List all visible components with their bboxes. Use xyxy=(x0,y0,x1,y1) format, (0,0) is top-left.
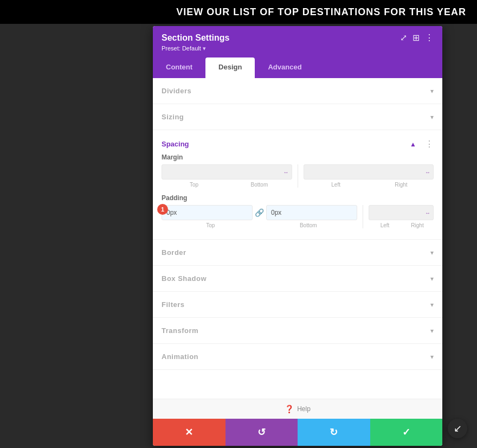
sizing-chevron: ▾ xyxy=(430,113,434,121)
section-border-header[interactable]: Border ▾ xyxy=(162,240,434,265)
panel-title: Section Settings xyxy=(162,33,229,43)
padding-leftright-field: ↔ xyxy=(369,205,434,220)
padding-top-input[interactable] xyxy=(162,205,253,220)
section-transform-header[interactable]: Transform ▾ xyxy=(162,318,434,343)
section-animation-header[interactable]: Animation ▾ xyxy=(162,344,434,369)
padding-right-label: Right xyxy=(401,222,434,228)
border-chevron: ▾ xyxy=(430,249,434,257)
reset-button[interactable]: ↺ xyxy=(225,419,298,446)
section-boxshadow-header[interactable]: Box Shadow ▾ xyxy=(162,266,434,291)
section-transform: Transform ▾ xyxy=(153,318,442,344)
section-sizing: Sizing ▾ xyxy=(153,104,442,130)
panel-preset[interactable]: Preset: Default ▾ xyxy=(162,45,434,52)
section-sizing-title: Sizing xyxy=(162,113,184,121)
section-filters: Filters ▾ xyxy=(153,292,442,318)
tab-design[interactable]: Design xyxy=(205,57,255,78)
top-bar: VIEW OUR LIST OF TOP DESTINATIONS FOR TH… xyxy=(0,0,477,24)
settings-panel: Section Settings ⤢ ⊞ ⋮ Preset: Default ▾… xyxy=(153,26,442,446)
padding-left-label: Left xyxy=(369,222,401,228)
tab-content[interactable]: Content xyxy=(153,57,205,78)
spacing-options-icon[interactable]: ⋮ xyxy=(425,139,434,149)
panel-header-icons: ⤢ ⊞ ⋮ xyxy=(400,33,434,43)
section-sizing-header[interactable]: Sizing ▾ xyxy=(162,104,434,130)
spacing-title: Spacing xyxy=(162,140,189,148)
padding-topbottom-labels: Top Bottom xyxy=(162,222,357,228)
dividers-chevron: ▾ xyxy=(430,87,434,95)
padding-leftright-input[interactable] xyxy=(369,205,434,220)
section-border: Border ▾ xyxy=(153,240,442,266)
margin-leftright: ↔ Left Right xyxy=(298,164,434,188)
help-text: Help xyxy=(297,405,311,413)
cancel-button[interactable]: ✕ xyxy=(153,419,225,446)
spacing-chevron[interactable]: ▲ xyxy=(410,140,416,148)
expand-icon[interactable]: ⤢ xyxy=(400,33,407,43)
padding-bottom-label: Bottom xyxy=(260,222,358,228)
tab-advanced[interactable]: Advanced xyxy=(255,57,314,78)
panel-header: Section Settings ⤢ ⊞ ⋮ Preset: Default ▾ xyxy=(153,26,442,57)
margin-leftright-input[interactable] xyxy=(304,164,434,180)
margin-topbottom-icon: ↔ xyxy=(283,169,289,175)
save-button[interactable]: ✓ xyxy=(370,419,443,446)
padding-inputs-row: 1 🔗 Top Bottom xyxy=(162,205,434,228)
boxshadow-chevron: ▾ xyxy=(430,275,434,283)
animation-chevron: ▾ xyxy=(430,353,434,361)
spacing-header-right: ▲ ⋮ xyxy=(410,139,434,149)
filters-chevron: ▾ xyxy=(430,301,434,309)
section-dividers-header[interactable]: Dividers ▾ xyxy=(162,78,434,104)
columns-icon[interactable]: ⊞ xyxy=(412,33,420,43)
margin-topbottom-labels: Top Bottom xyxy=(162,182,292,188)
margin-bottom-label: Bottom xyxy=(227,182,292,188)
transform-chevron: ▾ xyxy=(430,327,434,335)
section-dividers: Dividers ▾ xyxy=(153,78,442,104)
margin-leftright-field: ↔ xyxy=(304,164,434,180)
redo-button[interactable]: ↻ xyxy=(298,419,370,446)
section-filters-title: Filters xyxy=(162,300,185,309)
section-animation: Animation ▾ xyxy=(153,344,442,370)
padding-lr-icon: ↔ xyxy=(425,210,430,216)
spacing-header: Spacing ▲ ⋮ xyxy=(162,130,434,153)
section-filters-header[interactable]: Filters ▾ xyxy=(162,292,434,317)
margin-left-label: Left xyxy=(304,182,369,188)
margin-inputs-row: ↔ Top Bottom ↔ Lef xyxy=(162,164,434,188)
padding-leftright: ↔ Left Right xyxy=(363,205,434,228)
margin-leftright-labels: Left Right xyxy=(304,182,434,188)
section-boxshadow-title: Box Shadow xyxy=(162,274,207,283)
margin-top-label: Top xyxy=(162,182,227,188)
panel-header-top: Section Settings ⤢ ⊞ ⋮ xyxy=(162,33,434,43)
margin-leftright-icon: ↔ xyxy=(425,169,430,175)
section-animation-title: Animation xyxy=(162,353,198,361)
help-icon: ❓ xyxy=(285,405,294,413)
padding-top-label: Top xyxy=(162,222,260,228)
panel-content: Dividers ▾ Sizing ▾ Spacing ▲ ⋮ xyxy=(153,78,442,399)
main-area: Section Settings ⤢ ⊞ ⋮ Preset: Default ▾… xyxy=(0,24,477,448)
margin-topbottom-input[interactable] xyxy=(162,164,292,180)
help-bar: ❓ Help xyxy=(153,399,442,419)
floating-icon: ↙ xyxy=(454,423,462,434)
margin-label: Margin xyxy=(162,153,434,161)
padding-leftright-labels: Left Right xyxy=(369,222,434,228)
badge-indicator: 1 xyxy=(157,204,168,215)
padding-label: Padding xyxy=(162,194,434,202)
section-border-title: Border xyxy=(162,248,186,257)
margin-topbottom: ↔ Top Bottom xyxy=(162,164,298,188)
section-spacing: Spacing ▲ ⋮ Margin ↔ xyxy=(153,130,442,240)
section-dividers-title: Dividers xyxy=(162,87,191,95)
top-bar-text: VIEW OUR LIST OF TOP DESTINATIONS FOR TH… xyxy=(176,7,466,18)
floating-button[interactable]: ↙ xyxy=(448,419,467,438)
margin-right-label: Right xyxy=(369,182,434,188)
panel-footer: ✕ ↺ ↻ ✓ xyxy=(153,419,442,446)
padding-link-icon[interactable]: 🔗 xyxy=(255,208,264,217)
more-icon[interactable]: ⋮ xyxy=(425,33,434,43)
padding-bottom-input[interactable] xyxy=(266,205,357,220)
section-transform-title: Transform xyxy=(162,327,198,335)
margin-topbottom-field: ↔ xyxy=(162,164,292,180)
padding-topbottom: 🔗 Top Bottom xyxy=(162,205,363,228)
panel-tabs: Content Design Advanced xyxy=(153,57,442,78)
padding-topbottom-field: 🔗 xyxy=(162,205,357,220)
section-boxshadow: Box Shadow ▾ xyxy=(153,266,442,292)
